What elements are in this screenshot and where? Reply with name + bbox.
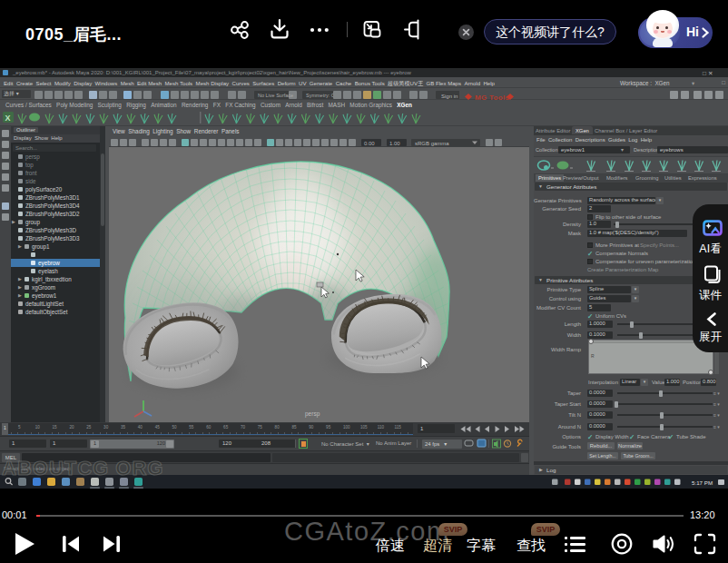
svg-text:0.00: 0.00 [364,141,375,146]
svg-text:Sign in: Sign in [441,93,457,98]
svg-text:sRGB gamma: sRGB gamma [415,141,449,146]
svg-text:persp: persp [305,410,320,418]
svg-text:No Live Surface: No Live Surface [258,93,293,98]
svg-text:1.00: 1.00 [389,141,400,146]
svg-text:X: X [5,114,11,123]
